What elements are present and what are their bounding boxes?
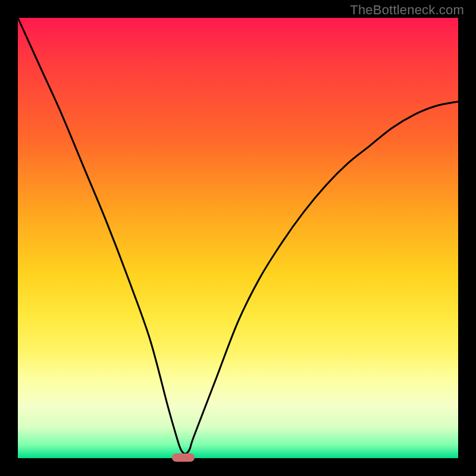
plot-area — [18, 18, 458, 458]
optimal-marker — [172, 453, 195, 462]
chart-frame: TheBottleneck.com — [0, 0, 476, 476]
bottleneck-curve — [18, 18, 458, 458]
watermark-text: TheBottleneck.com — [350, 2, 464, 18]
